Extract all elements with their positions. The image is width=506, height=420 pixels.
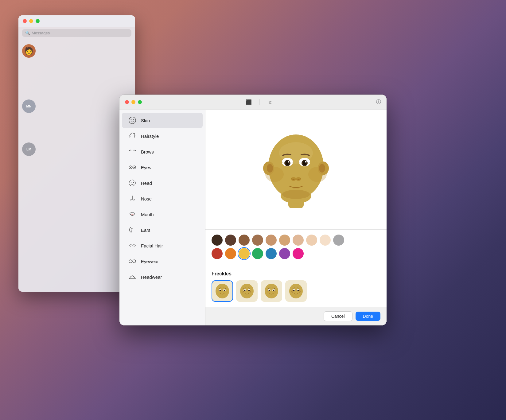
color-swatch-8[interactable] — [320, 235, 331, 246]
color-swatch-5[interactable] — [279, 235, 290, 246]
modal-titlebar: ⬛ To: ⓘ — [119, 95, 387, 110]
color-swatch-row2-5[interactable] — [279, 248, 290, 259]
svg-point-8 — [131, 182, 131, 183]
eyes-icon — [128, 163, 137, 172]
color-swatch-row2-0[interactable] — [212, 248, 223, 259]
svg-point-46 — [251, 292, 251, 293]
headwear-icon — [128, 273, 137, 281]
sidebar-item-eyes[interactable]: Eyes — [122, 160, 203, 175]
color-section — [205, 230, 387, 266]
sidebar-item-hairstyle[interactable]: Hairstyle — [122, 128, 203, 144]
sidebar-item-head[interactable]: Head — [122, 175, 203, 191]
modal-body: Skin Hairstyle — [119, 110, 387, 325]
sidebar-item-headwear-label: Headwear — [141, 274, 162, 280]
svg-point-33 — [216, 284, 229, 298]
svg-point-44 — [243, 292, 243, 293]
color-swatch-0[interactable] — [212, 235, 223, 246]
svg-point-6 — [134, 167, 135, 168]
svg-point-66 — [292, 292, 293, 293]
freckles-section: Freckles — [205, 266, 387, 307]
svg-point-11 — [133, 260, 136, 263]
modal-tl-green[interactable] — [138, 100, 142, 104]
avatar-preview — [205, 110, 387, 230]
sidebar-item-skin-label: Skin — [141, 118, 150, 123]
color-swatch-6[interactable] — [293, 235, 304, 246]
svg-point-58 — [289, 284, 303, 298]
compose-icon[interactable]: ⬛ — [246, 99, 252, 105]
svg-point-32 — [282, 190, 310, 199]
color-swatch-7[interactable] — [306, 235, 317, 246]
svg-point-47 — [265, 284, 278, 298]
color-swatch-row2-4[interactable] — [266, 248, 277, 259]
sidebar-item-headwear[interactable]: Headwear — [122, 269, 203, 285]
svg-point-60 — [293, 290, 295, 291]
color-swatch-3[interactable] — [252, 235, 263, 246]
sidebar-item-mouth-label: Mouth — [141, 212, 154, 217]
sidebar-item-eyes-label: Eyes — [141, 165, 151, 170]
svg-point-10 — [129, 260, 132, 263]
cancel-button[interactable]: Cancel — [324, 311, 352, 321]
svg-point-51 — [273, 290, 274, 291]
memoji-editor-modal: ⬛ To: ⓘ — [119, 95, 387, 325]
freckle-option-2[interactable] — [261, 280, 282, 302]
svg-point-9 — [133, 182, 134, 183]
freckles-options — [212, 280, 380, 302]
svg-point-19 — [267, 164, 273, 173]
freckle-option-3[interactable] — [285, 280, 307, 302]
svg-point-43 — [243, 291, 244, 292]
svg-point-54 — [268, 292, 269, 292]
svg-point-63 — [292, 290, 293, 291]
color-swatch-row2-2[interactable] — [239, 248, 250, 259]
color-swatch-1[interactable] — [225, 235, 236, 246]
sidebar-item-brows[interactable]: Brows — [122, 144, 203, 159]
nose-icon — [128, 194, 137, 203]
svg-point-55 — [274, 291, 275, 292]
sidebar-item-ears[interactable]: Ears — [122, 222, 203, 238]
to-field: To: — [267, 100, 273, 105]
svg-point-38 — [240, 284, 254, 298]
sidebar-item-ears-label: Ears — [141, 228, 150, 233]
sidebar-item-skin[interactable]: Skin — [122, 113, 203, 128]
color-swatch-row2-3[interactable] — [252, 248, 263, 259]
facial-hair-icon — [128, 241, 137, 250]
done-button[interactable]: Done — [356, 312, 380, 321]
main-panel-content: Freckles — [205, 230, 387, 307]
svg-point-35 — [220, 290, 221, 291]
modal-footer: Cancel Done — [205, 307, 387, 325]
color-swatch-4[interactable] — [266, 235, 277, 246]
sidebar-item-facial-hair-label: Facial Hair — [141, 243, 163, 248]
svg-point-69 — [299, 291, 299, 292]
sidebar-item-facial-hair[interactable]: Facial Hair — [122, 238, 203, 253]
sidebar-item-eyewear[interactable]: Eyewear — [122, 254, 203, 269]
sidebar-item-head-label: Head — [141, 181, 152, 186]
color-swatch-row2-6[interactable] — [293, 248, 304, 259]
eyewear-icon — [128, 257, 137, 266]
info-icon[interactable]: ⓘ — [376, 99, 381, 105]
svg-point-40 — [244, 290, 246, 291]
sidebar-item-mouth[interactable]: Mouth — [122, 207, 203, 222]
svg-point-56 — [275, 292, 276, 292]
svg-point-68 — [300, 291, 301, 292]
svg-point-67 — [299, 290, 300, 291]
sidebar-item-nose[interactable]: Nose — [122, 191, 203, 206]
modal-tl-red[interactable] — [125, 100, 129, 104]
svg-point-53 — [267, 292, 268, 292]
main-panel: Freckles Cancel Done — [205, 110, 387, 325]
freckle-option-1[interactable] — [236, 280, 258, 302]
color-swatch-2[interactable] — [239, 235, 250, 246]
memoji-avatar — [261, 131, 331, 208]
modal-tl-yellow[interactable] — [131, 100, 135, 104]
svg-point-37 — [224, 290, 225, 291]
svg-point-21 — [319, 164, 325, 173]
titlebar-divider — [259, 99, 259, 105]
color-swatch-9[interactable] — [333, 235, 344, 246]
svg-point-65 — [293, 291, 293, 292]
svg-point-1 — [131, 119, 132, 120]
freckle-option-0[interactable] — [212, 280, 233, 302]
svg-point-29 — [305, 161, 307, 162]
svg-point-4 — [130, 167, 131, 168]
svg-point-7 — [129, 180, 135, 186]
hairstyle-icon — [128, 132, 137, 140]
modal-traffic-lights — [125, 100, 142, 104]
color-swatch-row2-1[interactable] — [225, 248, 236, 259]
